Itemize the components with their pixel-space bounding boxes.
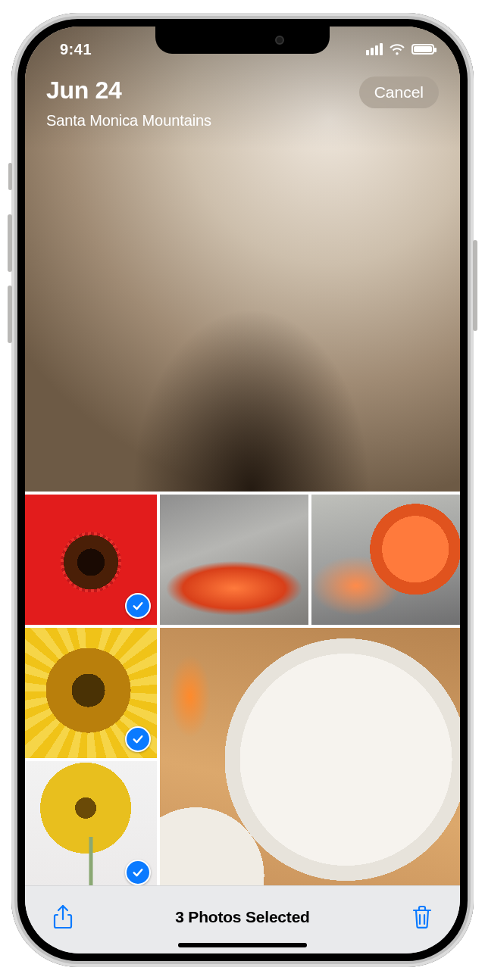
volume-up-button[interactable] xyxy=(8,214,12,272)
photo-thumb-5[interactable] xyxy=(160,628,460,891)
photo-grid xyxy=(25,492,460,885)
selected-check-icon xyxy=(125,593,151,619)
battery-icon xyxy=(411,44,434,55)
photo-thumb-3[interactable] xyxy=(311,495,460,625)
selected-check-icon xyxy=(125,860,151,885)
status-icons xyxy=(366,43,434,55)
screen: 9:41 Jun 24 Santa Monica Mountains Cance… xyxy=(25,27,460,953)
photo-thumb-2[interactable] xyxy=(160,495,308,625)
date-title: Jun 24 xyxy=(46,76,211,105)
notch xyxy=(155,27,330,54)
header-text: Jun 24 Santa Monica Mountains xyxy=(46,76,211,130)
phone-frame: 9:41 Jun 24 Santa Monica Mountains Cance… xyxy=(11,13,474,967)
photo-thumb-4[interactable] xyxy=(25,628,157,758)
trash-icon xyxy=(410,904,434,930)
share-button[interactable] xyxy=(46,900,80,935)
cellular-icon xyxy=(366,43,383,55)
photo-thumb-6[interactable] xyxy=(25,761,157,891)
selection-count-label: 3 Photos Selected xyxy=(175,908,310,926)
share-icon xyxy=(51,904,75,930)
power-button[interactable] xyxy=(473,240,477,331)
mute-switch[interactable] xyxy=(8,163,12,190)
cancel-button[interactable]: Cancel xyxy=(359,76,439,108)
location-subtitle: Santa Monica Mountains xyxy=(46,112,211,130)
hero-photo[interactable]: Jun 24 Santa Monica Mountains Cancel xyxy=(25,27,460,492)
volume-down-button[interactable] xyxy=(8,286,12,343)
home-indicator[interactable] xyxy=(178,943,307,947)
wifi-icon xyxy=(389,43,405,55)
delete-button[interactable] xyxy=(405,900,439,935)
photo-thumb-1[interactable] xyxy=(25,495,157,625)
selected-check-icon xyxy=(125,726,151,752)
status-time: 9:41 xyxy=(51,41,92,58)
